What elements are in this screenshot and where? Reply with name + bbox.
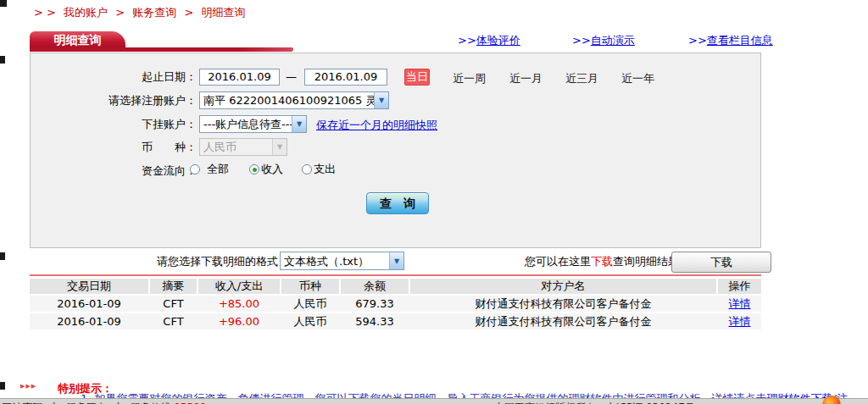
- col-header-summary: 摘要: [150, 279, 197, 294]
- range-quarter-link[interactable]: 近三月: [565, 71, 598, 86]
- subaccount-select[interactable]: ---账户信息待查--- ▼: [199, 115, 307, 133]
- dropdown-arrow-icon: ▼: [374, 92, 388, 108]
- table-row: 2016-01-09 CFT +96.00 人民币 594.33 财付通支付科技…: [30, 313, 761, 329]
- account-select[interactable]: 南平 6222001406100921065 灵通卡 ▼: [199, 91, 389, 109]
- detail-link[interactable]: 详情: [729, 297, 751, 310]
- tab-underline: [30, 47, 293, 52]
- screen-artifact: [0, 382, 5, 390]
- radio-icon: [249, 164, 259, 174]
- radio-icon: [302, 164, 312, 174]
- date-to-input[interactable]: 2016.01.09: [304, 69, 387, 86]
- account-label: 请选择注册账户：: [30, 92, 197, 109]
- date-from-input[interactable]: 2016.01.09: [199, 69, 280, 86]
- link-prefix: >>: [458, 34, 476, 47]
- download-button[interactable]: 下载: [671, 252, 771, 273]
- col-header-currency: 币种: [281, 279, 339, 294]
- flow-label: 资金流向：: [30, 163, 197, 180]
- breadcrumb-item-detail-query[interactable]: 明细查询: [201, 6, 245, 19]
- link-column-info[interactable]: >>查看栏目信息: [688, 33, 773, 48]
- flow-radio-2[interactable]: 支出: [302, 163, 336, 176]
- query-button[interactable]: 查 询: [366, 192, 429, 214]
- col-header-action: 操作: [718, 279, 761, 294]
- range-week-link[interactable]: 近一周: [453, 71, 486, 86]
- tab-detail-query[interactable]: 明细查询: [30, 31, 125, 48]
- breadcrumb: > > 我的账户 > 账务查询 > 明细查询: [34, 6, 249, 19]
- amount-value: +85.00: [198, 296, 280, 312]
- dropdown-arrow-icon: ▼: [272, 139, 287, 155]
- date-range-label: 起止日期：: [30, 69, 197, 86]
- breadcrumb-item-my-account[interactable]: 我的账户: [64, 6, 108, 19]
- col-header-counterparty: 对方户名: [410, 279, 716, 294]
- footer-copyright: 中国工商银行版权所有 京ICP证 030247号: [494, 401, 695, 404]
- detail-link[interactable]: 详情: [729, 315, 751, 328]
- table-header: 交易日期 摘要 收入/支出 币种 余额 对方户名 操作: [30, 279, 761, 294]
- download-format-select[interactable]: 文本格式（.txt） ▼: [280, 252, 404, 270]
- flow-radio-0[interactable]: 全部: [190, 163, 229, 176]
- screen-artifact: [0, 0, 7, 7]
- screen-artifact: [0, 252, 5, 260]
- breadcrumb-prefix-icon: > >: [34, 6, 56, 19]
- subaccount-label: 下挂账户：: [30, 116, 197, 133]
- dropdown-arrow-icon: ▼: [292, 116, 306, 132]
- notice-arrows-icon: ▶▶▶: [20, 383, 36, 390]
- page-footer: 网站声明 | 服务网点 | 服务热线 95588 中国工商银行版权所有 京ICP…: [0, 398, 868, 404]
- link-experience-eval[interactable]: >>体验评价: [458, 33, 520, 48]
- currency-select: 人民币 ▼: [199, 138, 287, 156]
- detail-query-page: > > 我的账户 > 账务查询 > 明细查询 明细查询 >>体验评价 >>自动演…: [0, 0, 868, 404]
- flow-radio-1[interactable]: 收入: [249, 163, 283, 176]
- footer-links: 网站声明 | 服务网点 | 服务热线 95588: [2, 401, 206, 404]
- table-row: 2016-01-09 CFT +85.00 人民币 679.33 财付通支付科技…: [30, 296, 761, 312]
- breadcrumb-item-account-query[interactable]: 账务查询: [132, 6, 176, 19]
- link-auto-demo[interactable]: >>自动演示: [572, 33, 635, 48]
- range-month-link[interactable]: 近一月: [509, 71, 542, 86]
- date-dash: —: [286, 69, 297, 86]
- breadcrumb-separator: >: [115, 6, 125, 19]
- dropdown-arrow-icon: ▼: [389, 252, 403, 269]
- col-header-date: 交易日期: [30, 279, 148, 294]
- today-button[interactable]: 当日: [404, 69, 430, 86]
- col-header-balance: 余额: [341, 279, 409, 294]
- breadcrumb-separator: >: [184, 6, 193, 19]
- link-prefix: >>: [688, 34, 707, 47]
- red-divider: [30, 274, 761, 276]
- radio-icon: [190, 164, 200, 174]
- screen-artifact: [0, 56, 5, 64]
- link-prefix: >>: [572, 34, 591, 47]
- download-format-label: 请您选择下载明细的格式: [157, 254, 278, 269]
- currency-label: 币 种：: [30, 139, 197, 156]
- download-hint: 您可以在这里下载查询明细结果: [525, 254, 679, 269]
- snapshot-link[interactable]: 保存近一个月的明细快照: [316, 118, 437, 133]
- download-hint-highlight: 下载: [591, 255, 613, 268]
- range-year-link[interactable]: 近一年: [621, 71, 654, 86]
- amount-value: +96.00: [198, 313, 280, 329]
- col-header-amount: 收入/支出: [198, 279, 280, 294]
